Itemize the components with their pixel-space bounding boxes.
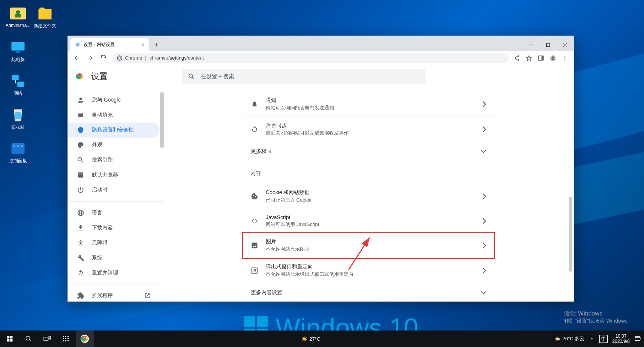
ime-indicator[interactable]: 中	[599, 335, 608, 343]
weather-widget-left[interactable]: ☀️27°C	[301, 336, 321, 342]
popup-icon	[251, 267, 258, 274]
svg-rect-41	[63, 338, 64, 339]
row-more-permissions[interactable]: 更多权限	[243, 142, 494, 161]
desktop-icon-network[interactable]: 网络	[5, 73, 31, 97]
clock[interactable]: 10:072022/9/8	[612, 334, 630, 344]
bookmark-button[interactable]	[524, 53, 534, 63]
chevron-right-icon	[482, 218, 486, 224]
row-javascript[interactable]: JavaScript网站可以使用 JavaScript	[243, 209, 494, 233]
browser-tab[interactable]: 设置 - 网站设置 ×	[70, 38, 149, 51]
svg-point-26	[80, 240, 81, 241]
sidebar-item-onstartup[interactable]: 启动时	[68, 182, 159, 197]
chevron-down-icon	[481, 291, 486, 295]
svg-point-20	[565, 55, 566, 57]
address-bar[interactable]: Chrome | chrome://settings/content	[112, 53, 509, 63]
svg-rect-6	[17, 82, 24, 87]
sidebar-item-languages[interactable]: 语言	[68, 205, 159, 220]
sidebar-item-system[interactable]: 系统	[68, 250, 159, 265]
svg-rect-9	[13, 145, 15, 147]
window-minimize-button[interactable]	[522, 39, 539, 51]
search-button[interactable]	[19, 331, 37, 347]
window-close-button[interactable]	[557, 39, 574, 51]
svg-rect-42	[65, 338, 66, 339]
url-separator: |	[145, 55, 146, 61]
svg-rect-8	[12, 143, 25, 154]
settings-search-input[interactable]: 在设置中搜索	[182, 69, 425, 84]
row-cookies[interactable]: Cookie 和网站数据已阻止第三方 Cookie	[243, 184, 494, 209]
sidebar-item-autofill[interactable]: 自动填充	[68, 108, 159, 123]
icon-label: 网络	[13, 91, 22, 96]
svg-rect-38	[63, 336, 64, 337]
sidebar-item-appearance[interactable]: 外观	[68, 138, 159, 153]
sidebar-scrollbar[interactable]	[160, 92, 163, 148]
sidebar-item-you-and-google[interactable]: 您与 Google	[68, 93, 159, 108]
svg-point-21	[565, 57, 566, 58]
tab-close-icon[interactable]: ×	[141, 42, 144, 48]
svg-rect-5	[12, 75, 19, 80]
notifications-tray-icon[interactable]	[634, 335, 641, 342]
sidepanel-button[interactable]	[536, 53, 546, 63]
sidebar-item-privacy[interactable]: 隐私设置和安全性	[68, 123, 159, 138]
svg-rect-39	[65, 336, 66, 337]
chrome-menu-button[interactable]	[560, 53, 570, 63]
activate-windows-text: 激活 Windows 转到"设置"以激活 Windows。	[564, 310, 633, 325]
taskbar-chrome[interactable]	[76, 331, 94, 347]
svg-rect-2	[15, 14, 21, 18]
svg-rect-45	[65, 340, 66, 341]
svg-rect-37	[49, 338, 51, 340]
desktop-icon-controlpanel[interactable]: 控制面板	[5, 141, 31, 164]
settings-sidebar: 您与 Google 自动填充 隐私设置和安全性 外观 搜索引擎 默认浏览器 启动…	[68, 88, 163, 301]
tray-up-icon[interactable]	[589, 336, 595, 342]
sidebar-item-extensions[interactable]: 扩展程序	[68, 288, 159, 301]
row-background-sync[interactable]: 后台同步最近关闭的网站可以完成数据收发操作	[243, 117, 494, 142]
start-button[interactable]	[1, 331, 19, 347]
svg-rect-7	[15, 112, 21, 119]
svg-rect-4	[16, 51, 20, 53]
desktop-icon-thispc[interactable]: 此电脑	[5, 39, 31, 63]
site-info-icon[interactable]: Chrome	[117, 55, 142, 61]
nav-forward-button[interactable]	[85, 53, 96, 63]
image-icon	[251, 242, 258, 249]
settings-header: 设置 在设置中搜索	[68, 65, 574, 88]
sidebar-item-search[interactable]: 搜索引擎	[68, 153, 159, 168]
sidebar-item-reset[interactable]: 重置并清理	[68, 265, 159, 280]
desktop-icon-newfolder[interactable]: 新建文件夹	[32, 6, 58, 29]
weather-widget-right[interactable]: 🌤️26°C 多云	[554, 335, 585, 342]
window-maximize-button[interactable]	[539, 39, 557, 51]
svg-rect-43	[67, 338, 69, 339]
row-more-content-settings[interactable]: 更多内容设置	[243, 283, 494, 301]
svg-rect-32	[7, 339, 10, 342]
desktop-icon-recyclebin[interactable]: 回收站	[5, 107, 31, 130]
sidebar-item-accessibility[interactable]: 无障碍	[68, 235, 159, 250]
nav-back-button[interactable]	[72, 53, 82, 63]
share-button[interactable]	[512, 53, 522, 63]
sidebar-item-downloads[interactable]: 下载内容	[68, 220, 159, 235]
cookie-icon	[251, 193, 258, 200]
sidebar-item-default-browser[interactable]: 默认浏览器	[68, 168, 159, 182]
icon-label: 控制面板	[9, 158, 27, 163]
chevron-right-icon	[482, 126, 486, 132]
row-notifications[interactable]: 通知网站可以询问能否向您发送通知	[243, 92, 494, 117]
profile-button[interactable]	[548, 53, 558, 63]
svg-rect-31	[10, 336, 13, 339]
url-text: chrome://settings/content	[150, 55, 204, 61]
main-scrollbar[interactable]	[569, 197, 572, 272]
svg-point-22	[565, 59, 566, 60]
nav-reload-button[interactable]	[99, 53, 109, 63]
svg-point-34	[26, 336, 30, 340]
icon-label: 新建文件夹	[34, 23, 56, 28]
desktop-icon-administrator[interactable]: Administra...	[5, 6, 31, 28]
row-popups[interactable]: 弹出式窗口和重定向不允许网站显示弹出式窗口或使用重定向	[243, 258, 494, 283]
task-view-button[interactable]	[38, 331, 56, 347]
apps-button[interactable]	[57, 331, 75, 347]
svg-rect-33	[10, 339, 13, 342]
new-tab-button[interactable]: +	[151, 40, 162, 50]
settings-title: 设置	[91, 71, 108, 82]
row-images[interactable]: 图片不允许网站显示图片	[243, 233, 494, 258]
search-icon	[188, 73, 195, 80]
svg-rect-46	[67, 340, 69, 341]
chevron-right-icon	[482, 242, 486, 248]
taskbar: ☀️27°C 🌤️26°C 多云 中 10:072022/9/8	[0, 331, 644, 347]
browser-toolbar: Chrome | chrome://settings/content	[68, 51, 574, 65]
sync-icon	[251, 126, 258, 133]
